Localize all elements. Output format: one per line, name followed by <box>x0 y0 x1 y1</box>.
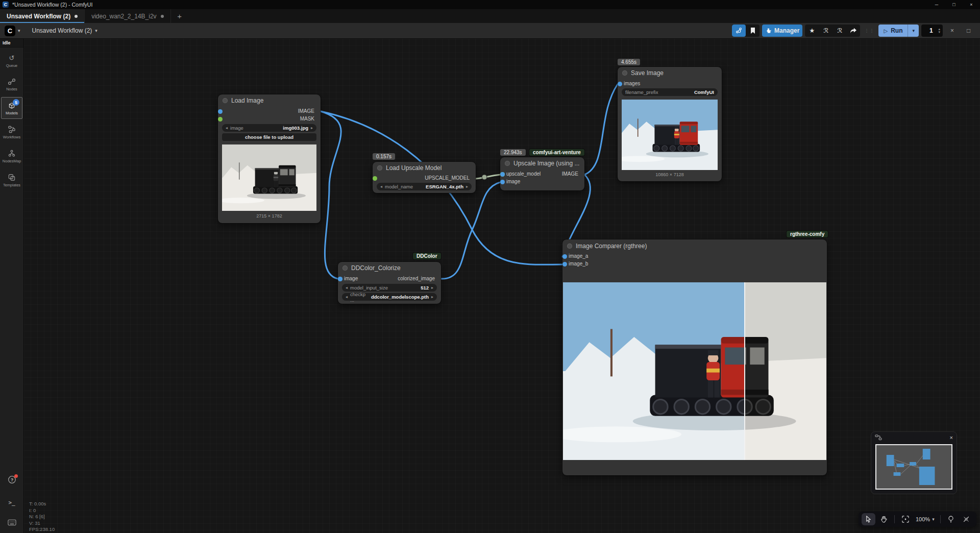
unsaved-dot-icon[interactable] <box>161 15 164 18</box>
resource-button-b[interactable]: ℛ <box>832 25 846 37</box>
sidebar-item-workflows[interactable]: Workflows <box>1 121 22 143</box>
maximize-button[interactable]: □ <box>945 0 963 9</box>
collapse-dot-icon[interactable] <box>223 98 228 103</box>
collapse-dot-icon[interactable] <box>377 165 382 171</box>
stepper-right-icon[interactable]: ▸ <box>311 126 313 130</box>
minimize-button[interactable]: ─ <box>928 0 945 9</box>
stepper-right-icon[interactable]: ▸ <box>466 185 468 189</box>
input-dot-images[interactable] <box>618 82 622 86</box>
resource-button-a[interactable]: ℛ <box>819 25 832 37</box>
collapse-dot-icon[interactable] <box>505 161 510 166</box>
collapse-dot-icon[interactable] <box>567 244 572 249</box>
collapse-dot-icon[interactable] <box>342 265 348 271</box>
new-tab-button[interactable]: + <box>171 9 188 23</box>
hints-button[interactable] <box>944 513 958 525</box>
upload-button[interactable]: choose file to upload <box>222 133 316 141</box>
stepper-right-icon[interactable]: ▸ <box>431 286 433 290</box>
script-r-icon: ℛ <box>837 27 842 34</box>
count-down-icon[interactable]: ▾ <box>938 31 940 34</box>
stepper-right-icon[interactable]: ▸ <box>431 295 433 299</box>
sidebar-item-label: NodesMap <box>3 159 21 163</box>
widget-label: model_input_size <box>350 285 388 290</box>
image-preview[interactable] <box>222 144 316 211</box>
run-button[interactable]: ▷ Run ▾ <box>878 25 919 37</box>
image-size-caption: 10860 × 7128 <box>618 172 722 177</box>
clear-queue-button[interactable]: × <box>945 25 959 37</box>
node-title[interactable]: Load Upscale Model <box>373 162 476 174</box>
stat-nodes: N: 6 [6] <box>29 514 55 520</box>
stepper-left-icon[interactable]: ◂ <box>346 286 348 290</box>
minimap-viewport[interactable] <box>875 444 952 490</box>
share-button[interactable] <box>846 25 860 37</box>
help-button[interactable]: ? <box>8 475 16 486</box>
sidebar-item-nodesmap[interactable]: NodesMap <box>1 145 22 167</box>
node-image-comparer[interactable]: Image Comparer (rgthree) image_a image_b <box>562 239 827 475</box>
batch-count-input[interactable]: 1 ▴ ▾ <box>921 25 943 37</box>
node-title[interactable]: DDColor_Colorize <box>338 262 441 274</box>
minimap-panel[interactable]: × <box>871 431 957 494</box>
node-load-upscale-model[interactable]: Load Upscale Model UPSCALE_MODEL ◂ model… <box>373 162 476 193</box>
puzzle-icon <box>765 28 772 34</box>
node-title[interactable]: Image Comparer (rgthree) <box>562 239 827 253</box>
fit-view-button[interactable] <box>898 513 912 525</box>
sidebar-item-templates[interactable]: Templates <box>1 169 22 191</box>
graph-canvas[interactable]: Load Image IMAGE MASK ◂ image img003.jpg… <box>24 39 980 533</box>
tab-video-wan[interactable]: video_wan2_2_14B_i2v <box>85 9 170 23</box>
minimap-close-button[interactable]: × <box>950 434 953 441</box>
queue-history-icon: ↺ <box>9 54 15 62</box>
sidebar-item-queue[interactable]: ↺ Queue <box>1 50 22 71</box>
reroute-dot[interactable] <box>482 175 487 180</box>
widget-label: model_name <box>385 184 413 189</box>
app-menu-button[interactable]: C ▾ <box>5 26 20 36</box>
node-title[interactable]: Upscale Image (using ... <box>500 157 584 169</box>
manager-button[interactable]: Manager <box>762 25 802 37</box>
output-dot-colorized[interactable] <box>338 277 342 281</box>
run-options-caret[interactable]: ▾ <box>908 25 919 37</box>
node-save-image[interactable]: Save Image images filename_prefix ComfyU… <box>618 67 722 181</box>
output-dot-image[interactable] <box>500 172 505 177</box>
output-dot-mask[interactable] <box>218 117 223 122</box>
select-tool-button[interactable] <box>862 513 875 525</box>
filename-prefix-widget[interactable]: filename_prefix ComfyUI <box>622 88 718 96</box>
stepper-left-icon[interactable]: ◂ <box>380 185 382 189</box>
output-dot-upscale-model[interactable] <box>373 176 377 181</box>
node-title[interactable]: Load Image <box>218 94 321 107</box>
node-load-image[interactable]: Load Image IMAGE MASK ◂ image img003.jpg… <box>218 94 321 223</box>
image-preview[interactable] <box>622 100 718 170</box>
shortcuts-keyboard-button[interactable] <box>8 519 16 526</box>
stepper-left-icon[interactable]: ◂ <box>226 126 228 130</box>
zoom-level-dropdown[interactable]: 100% ▾ <box>914 516 937 522</box>
stop-button[interactable]: □ <box>962 25 975 37</box>
checkpoint-combo-widget[interactable]: ◂ checkp ... ddcolor_modelscope.pth ▸ <box>342 293 437 301</box>
tab-unsaved-workflow[interactable]: Unsaved Workflow (2) <box>0 9 85 23</box>
manager-label: Manager <box>774 27 799 34</box>
workflow-icon <box>8 126 16 133</box>
stepper-left-icon[interactable]: ◂ <box>346 295 348 299</box>
comparer-image-area[interactable] <box>563 282 826 460</box>
comparer-slider-handle[interactable] <box>744 282 745 460</box>
output-dot-image[interactable] <box>218 109 223 114</box>
close-button[interactable]: × <box>963 0 980 9</box>
drag-handle-icon[interactable]: ⋮⋮ <box>864 28 874 33</box>
graph-view-toggle[interactable] <box>732 25 746 37</box>
toggle-links-button[interactable] <box>960 513 973 525</box>
sidebar-item-models[interactable]: Models 5 <box>1 97 22 119</box>
image-size-caption: 2715 × 1782 <box>218 213 321 219</box>
unsaved-dot-icon[interactable] <box>75 15 78 18</box>
node-upscale-image[interactable]: Upscale Image (using ... upscale_model I… <box>500 157 584 190</box>
model-name-combo-widget[interactable]: ◂ model_name ESRGAN_4x.pth ▸ <box>377 183 472 190</box>
image-combo-widget[interactable]: ◂ image img003.jpg ▸ <box>222 124 316 132</box>
sidebar-item-nodes[interactable]: Nodes <box>1 74 22 95</box>
bookmark-button[interactable] <box>746 25 760 37</box>
terminal-button[interactable]: >_ <box>8 499 15 506</box>
input-dot-image-b[interactable] <box>562 262 567 266</box>
input-dot-image[interactable] <box>500 180 505 184</box>
node-title[interactable]: Save Image <box>618 67 722 79</box>
input-dot-image-a[interactable] <box>562 254 567 259</box>
pan-tool-button[interactable] <box>877 513 891 525</box>
model-input-size-widget[interactable]: ◂ model_input_size 512 ▸ <box>342 284 437 292</box>
node-ddcolor-colorize[interactable]: DDColor_Colorize image colorized_image ◂… <box>338 262 441 304</box>
favorites-button[interactable]: ★ <box>805 25 819 37</box>
workflow-name-menu[interactable]: Unsaved Workflow (2) ▾ <box>32 27 97 34</box>
collapse-dot-icon[interactable] <box>622 70 627 76</box>
